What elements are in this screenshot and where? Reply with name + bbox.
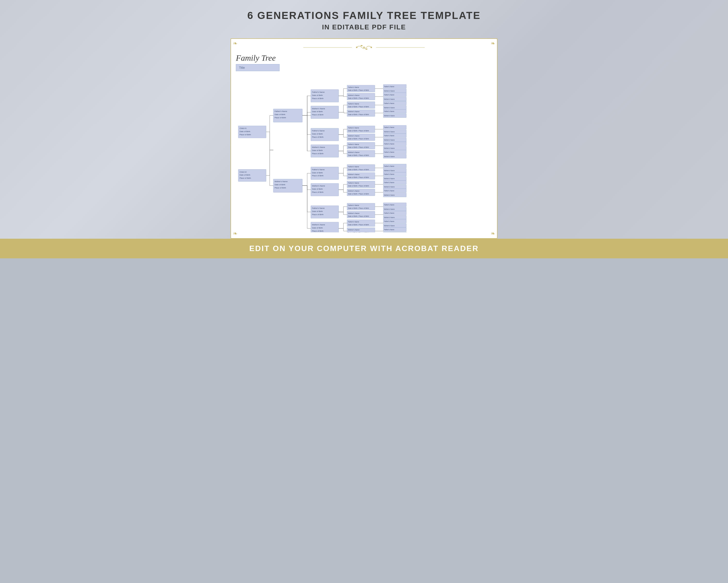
svg-text:Child #2: Child #2 [239, 171, 247, 173]
svg-point-1 [363, 47, 365, 48]
svg-text:Place of Birth: Place of Birth [312, 175, 323, 177]
svg-text:Mother's Name: Mother's Name [348, 135, 359, 137]
svg-text:Place of Birth: Place of Birth [239, 177, 251, 179]
svg-text:Father's Name: Father's Name [384, 166, 395, 167]
svg-text:Father's Name: Father's Name [348, 221, 359, 223]
sub-title: IN EDITABLE PDF FILE [15, 23, 713, 31]
svg-tree: .nb { fill:#c8cfe8; stroke:#9aabd0; stro… [236, 77, 492, 233]
svg-text:Place of Birth: Place of Birth [312, 191, 323, 193]
svg-text:Date of Birth: Date of Birth [312, 94, 323, 96]
svg-text:Place of Birth: Place of Birth [312, 136, 323, 138]
svg-text:Date of Birth / Place of Birth: Date of Birth / Place of Birth [348, 207, 369, 209]
svg-text:Date of Birth / Place of Birth: Date of Birth / Place of Birth [348, 113, 369, 115]
svg-text:Father's Name: Father's Name [312, 91, 325, 93]
svg-text:Father's Name: Father's Name [384, 229, 395, 230]
svg-text:Father's Name: Father's Name [384, 110, 395, 112]
svg-text:Mother's Name: Mother's Name [384, 156, 395, 157]
svg-text:Mother's Name: Mother's Name [384, 178, 395, 179]
svg-text:Father's Name: Father's Name [384, 135, 395, 136]
svg-text:Place of Birth: Place of Birth [312, 97, 323, 100]
svg-text:Mother's Name: Mother's Name [384, 194, 395, 196]
family-tree-script: Family Tree [236, 53, 280, 62]
top-ornament [236, 44, 492, 51]
svg-text:Date of Birth / Place of Birth: Date of Birth / Place of Birth [348, 90, 369, 91]
svg-text:Mother's Name: Mother's Name [348, 152, 359, 153]
svg-text:Father's Name: Father's Name [348, 103, 359, 105]
svg-text:Mother's Name: Mother's Name [384, 98, 395, 100]
svg-text:Date of Birth / Place of Birth: Date of Birth / Place of Birth [348, 185, 369, 187]
svg-text:Father's Name: Father's Name [384, 94, 395, 96]
title-field[interactable]: Title [236, 64, 280, 71]
svg-text:Father's Name: Father's Name [384, 151, 395, 153]
svg-text:Father's Name: Father's Name [348, 127, 359, 129]
corner-tl: ❧ [233, 41, 237, 46]
svg-text:Mother's Name: Mother's Name [348, 190, 359, 192]
bg-marble: 6 GENERATIONS FAMILY TREE TEMPLATE IN ED… [0, 0, 728, 239]
svg-text:Father's Name: Father's Name [348, 182, 359, 184]
svg-text:Mother's Name: Mother's Name [384, 107, 395, 108]
footer-text: EDIT ON YOUR COMPUTER WITH ACROBAT READE… [5, 244, 723, 253]
ornament-line-left [303, 47, 352, 48]
svg-text:Father's Name: Father's Name [384, 102, 395, 104]
svg-text:Mother's Name: Mother's Name [312, 224, 325, 226]
svg-text:Father's Name: Father's Name [312, 130, 325, 132]
svg-text:Date of Birth: Date of Birth [312, 149, 323, 152]
svg-text:Mother's Name: Mother's Name [312, 146, 325, 148]
svg-text:Mother's Name: Mother's Name [312, 185, 325, 187]
svg-text:Date of Birth / Place of Birth: Date of Birth / Place of Birth [348, 169, 369, 171]
svg-text:Place of Birth: Place of Birth [239, 133, 251, 136]
svg-text:Mother's Name: Mother's Name [348, 212, 359, 214]
svg-text:Father's Name: Father's Name [312, 207, 325, 209]
svg-text:Date of Birth: Date of Birth [275, 113, 285, 116]
svg-text:Father's Name: Father's Name [384, 86, 395, 87]
svg-text:Father's Name: Father's Name [275, 110, 287, 112]
svg-text:Mother's Name: Mother's Name [384, 131, 395, 133]
svg-text:Mother's Name: Mother's Name [384, 139, 395, 141]
svg-text:Mother's Name: Mother's Name [384, 90, 395, 92]
svg-text:Date of Birth / Place of Birth: Date of Birth / Place of Birth [348, 193, 369, 195]
svg-text:Father's Name: Father's Name [312, 169, 325, 171]
svg-text:Mother's Name: Mother's Name [384, 115, 395, 117]
svg-text:Date of Birth: Date of Birth [312, 210, 323, 212]
svg-text:Mother's Name: Mother's Name [384, 208, 395, 210]
svg-text:Father's Name: Father's Name [348, 204, 359, 206]
svg-text:Date of Birth: Date of Birth [312, 110, 323, 113]
svg-rect-164 [383, 232, 407, 232]
svg-text:Date of Birth / Place of Birth: Date of Birth / Place of Birth [348, 97, 369, 99]
svg-text:Father's Name: Father's Name [384, 182, 395, 183]
svg-text:Date of Birth: Date of Birth [312, 188, 323, 190]
svg-text:Father's Name: Father's Name [384, 221, 395, 222]
svg-text:Place of Birth: Place of Birth [312, 113, 323, 116]
svg-point-0 [356, 47, 358, 48]
svg-text:Father's Name: Father's Name [384, 212, 395, 214]
svg-text:Father's Name: Father's Name [384, 143, 395, 145]
svg-text:Date of Birth: Date of Birth [239, 174, 250, 176]
svg-text:Place of Birth: Place of Birth [275, 187, 286, 189]
svg-text:Mother's Name: Mother's Name [384, 217, 395, 218]
svg-text:Date of Birth: Date of Birth [312, 133, 323, 135]
svg-text:Place of Birth: Place of Birth [312, 213, 323, 216]
corner-bl: ❧ [233, 231, 237, 236]
svg-text:Father's Name: Father's Name [384, 173, 395, 175]
svg-text:Date of Birth / Place of Birth: Date of Birth / Place of Birth [348, 154, 369, 156]
svg-text:Mother's Name: Mother's Name [384, 186, 395, 188]
svg-text:Date of Birth / Place of Birth: Date of Birth / Place of Birth [348, 216, 369, 217]
ornament-line-right [376, 47, 425, 48]
svg-text:Mother's Name: Mother's Name [384, 225, 395, 227]
svg-text:Date of Birth / Place of Birth: Date of Birth / Place of Birth [348, 224, 369, 226]
svg-text:Mother's Name: Mother's Name [348, 174, 359, 175]
svg-text:Date of Birth / Place of Birth: Date of Birth / Place of Birth [348, 138, 369, 140]
svg-text:Father's Name: Father's Name [348, 86, 359, 88]
svg-text:Mother's Name: Mother's Name [384, 147, 395, 149]
svg-text:Mother's Name: Mother's Name [312, 107, 325, 110]
svg-text:Date of Birth: Date of Birth [275, 183, 285, 186]
svg-text:Date of Birth: Date of Birth [239, 130, 250, 133]
document-frame: ❧ ❧ ❧ ❧ Family Tree Title [231, 39, 497, 239]
svg-text:Date of Birth / Place of Birth: Date of Birth / Place of Birth [348, 106, 369, 107]
corner-br: ❧ [491, 231, 495, 236]
svg-text:Father's Name: Father's Name [348, 144, 359, 145]
svg-text:Date of Birth / Place of Birth: Date of Birth / Place of Birth [348, 232, 369, 232]
svg-text:Mother's Name: Mother's Name [348, 95, 359, 96]
svg-text:Date of Birth / Place of Birth: Date of Birth / Place of Birth [348, 146, 369, 148]
svg-text:Date of Birth: Date of Birth [312, 172, 323, 174]
